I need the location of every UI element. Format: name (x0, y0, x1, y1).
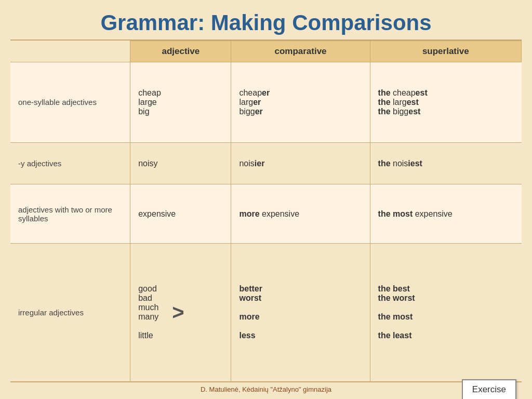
comp-two-syllable: more expensive (231, 184, 370, 244)
category-irregular: irregular adjectives (10, 243, 130, 381)
header-category (10, 41, 130, 62)
adj-one-syllable: cheaplargebig (130, 62, 231, 143)
page: Grammar: Making Comparisons adjective co… (0, 0, 532, 399)
sup-y: the noisiest (370, 142, 521, 184)
exercise-button[interactable]: Exercise (462, 379, 516, 400)
page-title: Grammar: Making Comparisons (10, 5, 522, 39)
adj-two-syllable: expensive (130, 184, 231, 244)
footer-text: D. Matulienė, Kėdainių "Atžalyno" gimnaz… (201, 385, 331, 393)
adj-y: noisy (130, 142, 231, 184)
sup-two-syllable: the most expensive (370, 184, 521, 244)
header-adjective: adjective (130, 41, 231, 62)
category-one-syllable: one-syllable adjectives (10, 62, 130, 143)
category-y-adj: -y adjectives (10, 142, 130, 184)
sup-irregular: the bestthe worstthe mostthe least (370, 243, 521, 381)
header-comparative: comparative (231, 41, 370, 62)
table-row-y-adjectives: -y adjectives noisy noisier the noisiest (10, 142, 522, 184)
table-body: one-syllable adjectives cheaplargebig ch… (10, 62, 522, 382)
category-two-syllable: adjectives with two or more syllables (10, 184, 130, 244)
adj-irregular: goodbadmuchmany > little (130, 243, 231, 381)
greater-than-symbol: > (172, 301, 184, 324)
comp-irregular: betterworstmoreless (231, 243, 370, 381)
header-superlative: superlative (370, 41, 521, 62)
table-header-row: adjective comparative superlative (10, 41, 522, 62)
table-row-irregular: irregular adjectives goodbadmuchmany > l… (10, 243, 522, 381)
table-row-two-syllable: adjectives with two or more syllables ex… (10, 184, 522, 244)
sup-one-syllable: the cheapestthe largestthe biggest (370, 62, 521, 143)
comp-y: noisier (231, 142, 370, 184)
grammar-table: adjective comparative superlative one-sy… (10, 41, 522, 382)
table-row-one-syllable: one-syllable adjectives cheaplargebig ch… (10, 62, 522, 143)
comp-one-syllable: cheaperlargerbigger (231, 62, 370, 143)
footer: D. Matulienė, Kėdainių "Atžalyno" gimnaz… (10, 382, 522, 396)
